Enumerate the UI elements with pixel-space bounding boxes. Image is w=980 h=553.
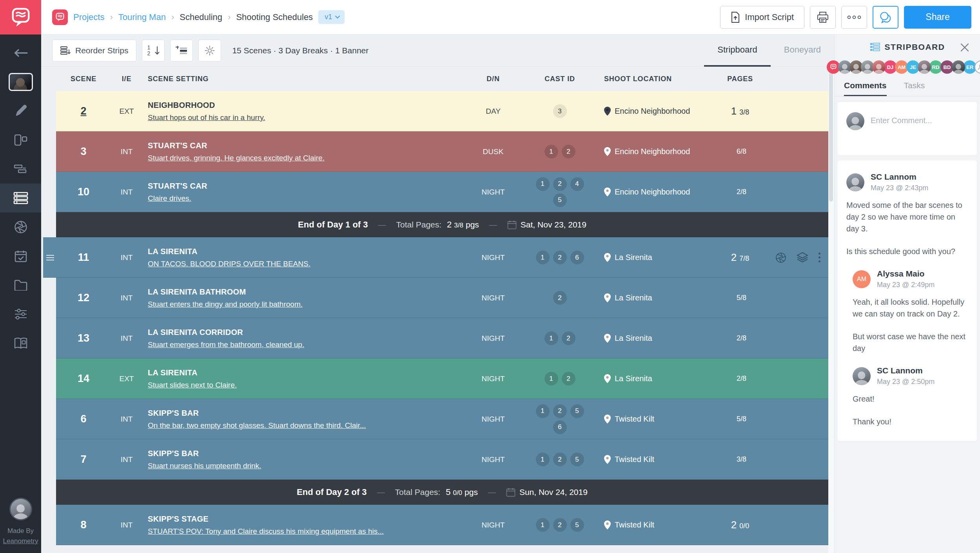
cast-id-badge[interactable]: 5: [570, 404, 584, 418]
more-options-button[interactable]: [841, 6, 867, 29]
scene-number[interactable]: 12: [78, 292, 89, 304]
nav-stripboard-button[interactable]: [0, 184, 41, 213]
sort-button[interactable]: 12: [142, 40, 165, 62]
nav-breakdowns-button[interactable]: [0, 126, 41, 155]
cast-id-badge[interactable]: 2: [562, 372, 575, 386]
comments-toggle-button[interactable]: [873, 6, 898, 29]
scene-description-link[interactable]: On the bar, two empty shot glasses. Stua…: [148, 421, 366, 429]
tab-boneyard[interactable]: Boneyard: [771, 35, 834, 67]
scene-number[interactable]: 7: [80, 453, 86, 466]
scene-number[interactable]: 6: [80, 413, 86, 425]
scene-strip[interactable]: 3 INT STUART'S CAR Stuart drives, grinni…: [56, 131, 828, 172]
day-break-banner[interactable]: End of Day 1 of 3 — Total Pages: 2 3/8 p…: [56, 212, 828, 237]
scene-description-link[interactable]: Stuart drives, grinning. He glances exci…: [148, 154, 325, 162]
scene-description-link[interactable]: Stuart nurses his umpteenth drink.: [148, 462, 261, 470]
add-strip-button[interactable]: [170, 40, 193, 62]
nav-calendar-button[interactable]: [0, 242, 41, 271]
tab-tasks[interactable]: Tasks: [904, 81, 925, 96]
scene-number[interactable]: 14: [78, 373, 89, 385]
breadcrumb-scheduling[interactable]: Scheduling: [180, 12, 222, 22]
scene-number[interactable]: 3: [80, 146, 86, 158]
shot-list-icon[interactable]: [775, 252, 786, 263]
import-script-button[interactable]: Import Script: [720, 6, 804, 29]
scrollbar-track[interactable]: [828, 67, 834, 553]
made-by-line2[interactable]: Leanometry: [3, 537, 38, 545]
cast-id-badge[interactable]: 2: [553, 291, 567, 305]
scene-description-link[interactable]: Claire drives.: [148, 194, 191, 202]
cast-id-badge[interactable]: 2: [553, 251, 567, 264]
project-thumbnail-button[interactable]: [0, 67, 41, 96]
scrollbar-thumb[interactable]: [829, 72, 833, 202]
scene-description-link[interactable]: Stuart enters the dingy and poorly lit b…: [148, 300, 303, 308]
scene-strip[interactable]: 10 INT STUART'S CAR Claire drives. NIGHT…: [56, 172, 828, 212]
scene-strip[interactable]: 13 INT LA SIRENITA CORRIDOR Stuart emerg…: [56, 318, 828, 358]
cast-id-badge[interactable]: 5: [570, 453, 584, 466]
scene-strip[interactable]: 7 INT SKIPP'S BAR Stuart nurses his umpt…: [56, 439, 828, 480]
cast-id-badge[interactable]: 6: [570, 251, 584, 264]
collaborator-avatar[interactable]: [872, 60, 886, 74]
cast-id-badge[interactable]: 2: [553, 518, 567, 532]
scene-description-link[interactable]: Stuart hops out of his car in a hurry.: [148, 113, 265, 122]
scene-strip[interactable]: 14 EXT LA SIRENITA Stuart slides next to…: [56, 358, 828, 399]
scene-number[interactable]: 8: [80, 519, 86, 531]
cast-id-badge[interactable]: 6: [553, 420, 567, 434]
user-avatar[interactable]: [9, 498, 32, 520]
cast-id-badge[interactable]: 1: [544, 145, 558, 158]
cast-id-badge[interactable]: 1: [536, 251, 550, 264]
scene-number[interactable]: 13: [78, 332, 89, 344]
scene-number[interactable]: 10: [78, 186, 89, 198]
cast-id-badge[interactable]: 2: [562, 331, 575, 345]
cast-id-badge[interactable]: 2: [562, 145, 575, 158]
cast-id-badge[interactable]: 1: [536, 177, 550, 191]
scene-strip[interactable]: 11 INT LA SIRENITA ON TACOS. BLOOD DRIPS…: [43, 237, 828, 278]
cast-id-badge[interactable]: 2: [553, 404, 567, 418]
project-logo-icon[interactable]: [52, 9, 68, 25]
nav-schedules-button[interactable]: [0, 155, 41, 184]
cast-id-badge[interactable]: 1: [544, 331, 558, 345]
comment-input[interactable]: Enter Comment...: [871, 116, 932, 145]
cast-id-badge[interactable]: 4: [570, 177, 584, 191]
cast-id-badge[interactable]: 5: [570, 518, 584, 532]
scene-strip[interactable]: 12 INT LA SIRENITA BATHROOM Stuart enter…: [56, 278, 828, 318]
day-break-banner[interactable]: End of Day 2 of 3 — Total Pages: 5 0/0 p…: [56, 480, 828, 505]
cast-id-badge[interactable]: 2: [553, 453, 567, 466]
add-collaborator-button[interactable]: [975, 60, 980, 74]
print-button[interactable]: [810, 6, 836, 29]
scene-description-link[interactable]: Stuart emerges from the bathroom, cleane…: [148, 340, 304, 349]
nav-shot-lists-button[interactable]: [0, 213, 41, 242]
nav-files-button[interactable]: [0, 271, 41, 300]
close-panel-button[interactable]: [958, 41, 971, 54]
nav-script-button[interactable]: [0, 96, 41, 126]
breadcrumb-touring-man[interactable]: Touring Man: [118, 12, 166, 22]
reorder-strips-button[interactable]: Reorder Strips: [52, 40, 136, 62]
tab-stripboard[interactable]: Stripboard: [704, 35, 771, 67]
share-button[interactable]: Share: [904, 6, 971, 29]
studiobinder-logo[interactable]: [0, 0, 41, 35]
scene-description-link[interactable]: Stuart slides next to Claire.: [148, 381, 237, 389]
cast-id-badge[interactable]: 1: [536, 518, 550, 532]
made-by-credit[interactable]: Made By Leanometry: [3, 526, 38, 546]
cast-id-badge[interactable]: 1: [536, 404, 550, 418]
layers-icon[interactable]: [797, 252, 808, 263]
cast-id-badge[interactable]: 3: [553, 104, 567, 118]
scene-strip[interactable]: 6 INT SKIPP'S BAR On the bar, two empty …: [56, 399, 828, 439]
scene-description-link[interactable]: STUART'S POV: Tony and Claire discuss hi…: [148, 527, 384, 535]
tab-comments[interactable]: Comments: [844, 81, 887, 96]
collaborator-avatar[interactable]: [918, 60, 931, 74]
breadcrumb-projects[interactable]: Projects: [73, 12, 104, 22]
comment-composer[interactable]: Enter Comment...: [838, 102, 977, 155]
scene-strip[interactable]: 2 EXT NEIGHBORHOOD Stuart hops out of hi…: [56, 91, 828, 131]
cast-id-badge[interactable]: 1: [544, 372, 558, 386]
scene-strip[interactable]: 8 INT SKIPP'S STAGE STUART'S POV: Tony a…: [56, 505, 828, 545]
drag-handle-icon[interactable]: [46, 255, 54, 260]
scene-description-link[interactable]: ON TACOS. BLOOD DRIPS OVER THE BEANS.: [148, 260, 310, 268]
collaborator-avatar[interactable]: [952, 60, 965, 74]
strip-menu-icon[interactable]: [818, 253, 820, 262]
back-arrow-button[interactable]: [0, 38, 41, 67]
cast-id-badge[interactable]: 1: [536, 453, 550, 466]
nav-settings-button[interactable]: [0, 300, 41, 329]
scene-number[interactable]: 2: [80, 105, 86, 117]
cast-id-badge[interactable]: 2: [553, 177, 567, 191]
cast-id-badge[interactable]: 5: [553, 193, 567, 207]
nav-contacts-button[interactable]: [0, 329, 41, 358]
